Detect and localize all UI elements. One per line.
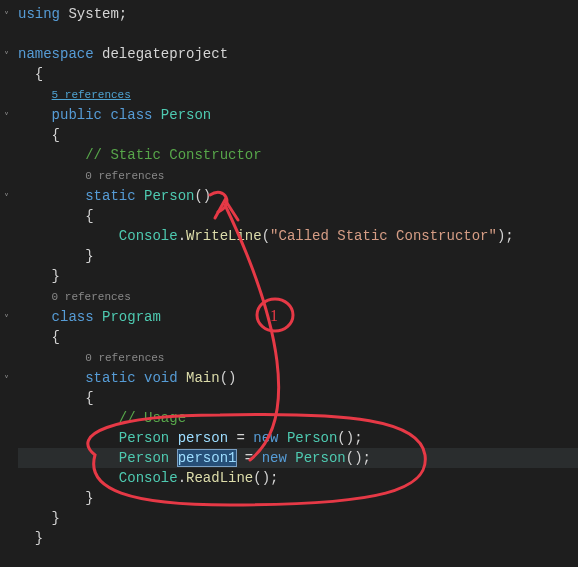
fold-glyph-icon[interactable]: ˅ [4, 7, 9, 27]
code-line: Person person = new Person(); [18, 428, 578, 448]
code-line: // Static Constructor [18, 145, 578, 165]
fold-glyph-icon[interactable]: ˅ [4, 108, 9, 128]
codelens-text[interactable]: 0 references [85, 170, 164, 182]
code-editor[interactable]: ˅using System; ˅namespace delegateprojec… [0, 0, 578, 552]
code-line: { [18, 64, 578, 84]
code-line: { [18, 125, 578, 145]
code-line: ˅using System; [18, 4, 578, 24]
fold-glyph-icon[interactable]: ˅ [4, 189, 9, 209]
code-line: } [18, 528, 578, 548]
code-line: ˅ static Person() [18, 186, 578, 206]
codelens: 0 references [18, 165, 578, 186]
code-line: Console.WriteLine("Called Static Constru… [18, 226, 578, 246]
selected-identifier: person1 [178, 450, 237, 466]
code-line: { [18, 206, 578, 226]
codelens-text[interactable]: 0 references [85, 352, 164, 364]
codelens: 0 references [18, 347, 578, 368]
code-line-current: Person person1 = new Person(); [18, 448, 578, 468]
code-line: Console.ReadLine(); [18, 468, 578, 488]
code-line: } [18, 246, 578, 266]
codelens-text[interactable]: 0 references [52, 291, 131, 303]
code-line: ˅ static void Main() [18, 368, 578, 388]
code-line: ˅ public class Person [18, 105, 578, 125]
code-line: // Usage [18, 408, 578, 428]
code-line [18, 24, 578, 44]
codelens: 0 references [18, 286, 578, 307]
code-line: } [18, 266, 578, 286]
code-line: } [18, 508, 578, 528]
code-line: ˅namespace delegateproject [18, 44, 578, 64]
code-line: ˅ class Program [18, 307, 578, 327]
codelens: 5 references [18, 84, 578, 105]
code-line: { [18, 388, 578, 408]
code-line: { [18, 327, 578, 347]
code-line: } [18, 488, 578, 508]
fold-glyph-icon[interactable]: ˅ [4, 310, 9, 330]
codelens-link[interactable]: 5 references [52, 89, 131, 101]
fold-glyph-icon[interactable]: ˅ [4, 47, 9, 67]
fold-glyph-icon[interactable]: ˅ [4, 371, 9, 391]
